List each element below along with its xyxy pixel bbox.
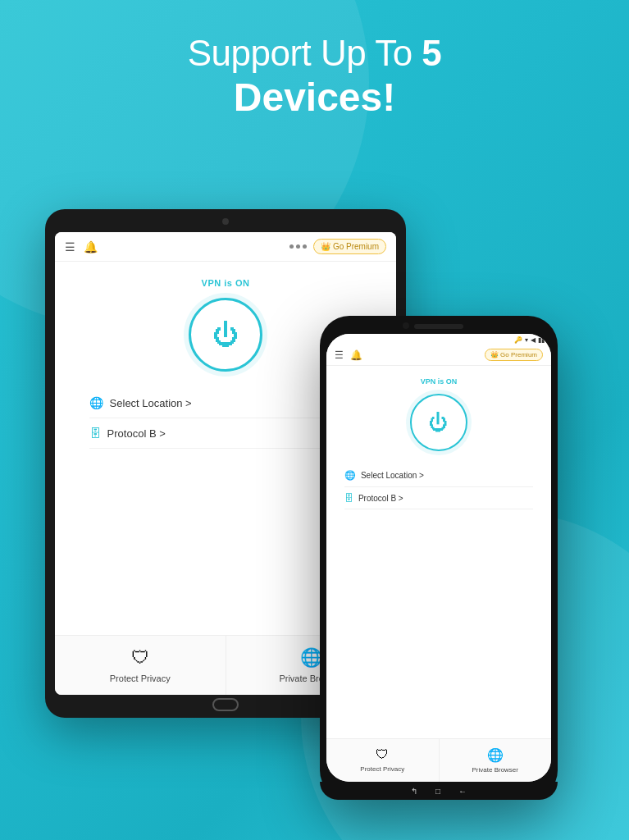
phone-vpn-status: VPN is ON xyxy=(421,377,458,386)
tablet-server-icon: 🗄 xyxy=(89,427,101,440)
tablet-power-button[interactable]: ⏻ xyxy=(189,298,262,372)
phone-private-browser-card[interactable]: 🌐 Private Browser xyxy=(440,739,552,782)
phone-server-icon: 🗄 xyxy=(344,493,353,503)
phone-screen-frame: 🔑 ▾ ◀ ▮▮ ☰ 🔔 👑 Go Premium VPN is ON ⏻ xyxy=(326,334,551,782)
phone-browser-label: Private Browser xyxy=(472,766,518,774)
tablet-vpn-status: VPN is ON xyxy=(202,278,250,288)
crown-icon: 👑 xyxy=(321,242,330,251)
phone-wifi-icon: ▾ xyxy=(525,336,528,344)
headline-line1: Support Up To 5 xyxy=(0,33,629,75)
headline-line2: Devices! xyxy=(0,75,629,120)
phone-premium-label: Go Premium xyxy=(500,351,537,358)
tablet-shield-icon: 🛡 xyxy=(131,647,149,669)
phone-speaker xyxy=(414,324,463,329)
phone-power-icon: ⏻ xyxy=(429,411,449,434)
phone-camera xyxy=(403,322,409,329)
status-dot-1 xyxy=(289,244,294,249)
tablet-menu-icon[interactable]: ☰ xyxy=(65,240,75,253)
phone-privacy-label: Protect Privacy xyxy=(360,765,404,773)
phone-power-button[interactable]: ⏻ xyxy=(410,394,467,451)
phone-location-label: Select Location > xyxy=(361,471,533,480)
phone-topbar: ☰ 🔔 👑 Go Premium xyxy=(326,345,551,366)
tablet-status-dots xyxy=(289,244,307,249)
tablet-home-button[interactable] xyxy=(212,698,239,711)
phone-signal-icon: ◀ xyxy=(531,336,536,344)
phone-nav-bar: ↰ □ ← xyxy=(320,782,558,800)
phone-screen: 🔑 ▾ ◀ ▮▮ ☰ 🔔 👑 Go Premium VPN is ON ⏻ xyxy=(326,334,551,782)
tablet-browser-icon: 🌐 xyxy=(300,647,322,669)
tablet-premium-label: Go Premium xyxy=(333,242,379,251)
headline-number: 5 xyxy=(422,33,441,73)
phone-nav-recent-icon[interactable]: ↰ xyxy=(411,787,417,796)
phone-bottom-cards: 🛡 Protect Privacy 🌐 Private Browser xyxy=(326,738,551,782)
tablet-protect-privacy-card[interactable]: 🛡 Protect Privacy xyxy=(55,636,226,695)
tablet-camera xyxy=(222,218,229,225)
phone-protocol-label: Protocol B > xyxy=(358,494,533,503)
phone-globe-icon: 🌐 xyxy=(344,470,356,481)
phone-protect-privacy-card[interactable]: 🛡 Protect Privacy xyxy=(326,739,440,782)
phone-menu-icon[interactable]: ☰ xyxy=(335,349,344,361)
phone-bell-icon[interactable]: 🔔 xyxy=(350,349,362,361)
tablet-topbar: ☰ 🔔 👑 Go Premium xyxy=(55,232,396,262)
phone-browser-icon: 🌐 xyxy=(487,747,504,763)
phone-nav-home-icon[interactable]: □ xyxy=(435,787,440,796)
tablet-premium-button[interactable]: 👑 Go Premium xyxy=(313,239,386,254)
status-dot-2 xyxy=(296,244,300,249)
headline: Support Up To 5 Devices! xyxy=(0,33,629,120)
phone-status-bar: 🔑 ▾ ◀ ▮▮ xyxy=(326,334,551,345)
tablet-bell-icon[interactable]: 🔔 xyxy=(84,240,98,253)
phone-protocol-row[interactable]: 🗄 Protocol B > xyxy=(344,487,533,509)
phone-main-content: VPN is ON ⏻ 🌐 Select Location > 🗄 Protoc… xyxy=(326,366,551,738)
tablet-globe-icon: 🌐 xyxy=(89,396,103,409)
phone-premium-button[interactable]: 👑 Go Premium xyxy=(485,349,543,361)
tablet-privacy-label: Protect Privacy xyxy=(110,673,171,683)
phone-key-icon: 🔑 xyxy=(514,336,522,344)
phone-location-row[interactable]: 🌐 Select Location > xyxy=(344,464,533,487)
phone-nav-back-icon[interactable]: ← xyxy=(458,787,467,796)
phone-device: 🔑 ▾ ◀ ▮▮ ☰ 🔔 👑 Go Premium VPN is ON ⏻ xyxy=(320,316,558,800)
phone-shield-icon: 🛡 xyxy=(376,747,389,762)
status-dot-3 xyxy=(303,244,307,249)
phone-crown-icon: 👑 xyxy=(490,351,499,358)
tablet-power-icon: ⏻ xyxy=(212,320,239,350)
phone-battery-icon: ▮▮ xyxy=(538,336,545,344)
